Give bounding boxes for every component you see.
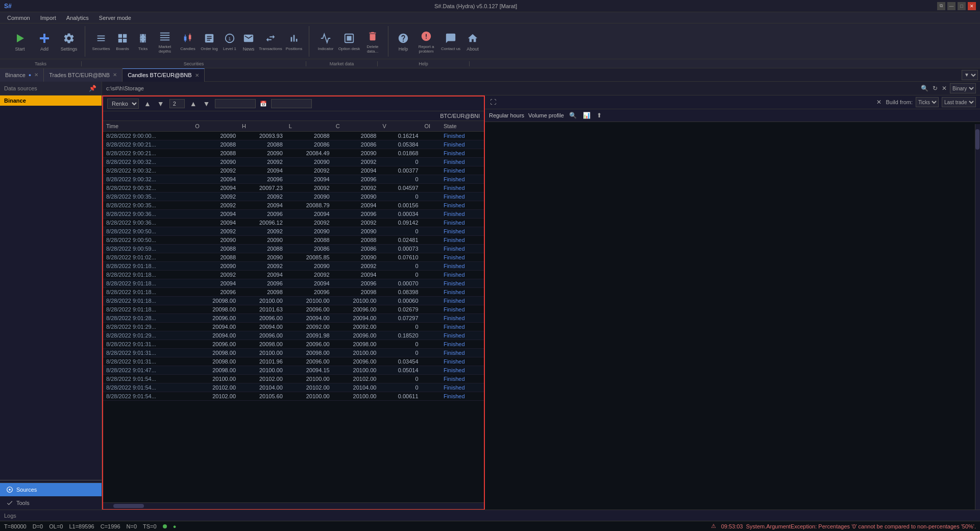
candles-button[interactable]: Candles	[177, 27, 199, 56]
cell-h: 20100.00	[239, 366, 286, 375]
maximize-btn[interactable]: □	[958, 2, 966, 10]
about-button[interactable]: About	[463, 27, 482, 56]
market-depths-button[interactable]: Market depths	[153, 27, 177, 56]
window-controls[interactable]: ⧉ — □ ✕	[937, 2, 976, 10]
last-trade-select[interactable]: Last trade	[942, 97, 976, 107]
close-btn[interactable]: ✕	[968, 2, 976, 10]
chart-export-btn[interactable]: ⬆	[596, 111, 603, 120]
sidebar-pin-btn[interactable]: 📌	[88, 84, 97, 93]
cell-state: Finished	[440, 236, 484, 245]
chart-fullscreen-btn[interactable]: ⛶	[489, 98, 497, 107]
data-table[interactable]: Time O H L C V OI State 8/28/2	[103, 121, 484, 502]
transactions-button[interactable]: Transactions	[258, 27, 283, 56]
tools-nav-item[interactable]: Tools	[0, 496, 102, 510]
restore-btn[interactable]: ⧉	[937, 2, 945, 10]
chart-search-btn[interactable]: 🔍	[568, 111, 578, 120]
col-o: O	[192, 121, 239, 132]
contact-us-label: Contact us	[441, 46, 460, 51]
contact-us-button[interactable]: Contact us	[439, 27, 462, 56]
report-problem-label: Report a problem	[414, 44, 438, 54]
cell-oi	[422, 140, 440, 149]
from-date-input[interactable]: 8/28/2022	[215, 99, 256, 108]
menu-import[interactable]: Import	[35, 14, 61, 22]
cell-time: 8/28/2022 9:00:50...	[103, 227, 192, 236]
cell-l: 20102.00	[286, 383, 333, 392]
refresh-path-btn[interactable]: ↻	[932, 84, 939, 93]
sources-nav-item[interactable]: Sources	[0, 483, 102, 496]
chart-type-up-btn[interactable]: ▲	[143, 99, 152, 109]
binary-select[interactable]: Binary	[950, 83, 976, 93]
cell-o: 20102.00	[192, 383, 239, 392]
right-scrollbar[interactable]	[975, 124, 980, 510]
cell-v: 0	[379, 375, 421, 383]
cell-oi	[422, 383, 440, 392]
chart-type-down-btn[interactable]: ▼	[156, 99, 165, 109]
tab-candles-btc[interactable]: Candles BTC/EUR@BNB ✕	[122, 68, 204, 82]
cell-l: 20094.00	[286, 314, 333, 323]
sidebar-binance-folder[interactable]: Binance	[0, 95, 102, 106]
cell-oi	[422, 166, 440, 175]
ticks-button[interactable]: Ticks	[133, 27, 153, 56]
tab-trades-btc[interactable]: Trades BTC/EUR@BNB ✕	[44, 68, 122, 82]
sidebar-header: Data sources 📌	[0, 82, 102, 95]
close-path-btn[interactable]: ✕	[941, 84, 948, 93]
cell-c: 20096	[333, 279, 380, 288]
cell-c: 20090	[333, 192, 380, 201]
report-problem-button[interactable]: Report a problem	[414, 27, 438, 56]
chart-type-select[interactable]: Renko	[107, 99, 139, 109]
order-log-label: Order log	[201, 46, 217, 51]
positions-icon	[287, 31, 301, 45]
indicator-button[interactable]: Indicator	[314, 27, 337, 56]
help-button[interactable]: Help	[394, 27, 413, 56]
cell-o: 20098.00	[192, 297, 239, 305]
cell-h: 20092	[239, 262, 286, 271]
cell-oi	[422, 366, 440, 375]
table-row: 8/28/2022 9:01:54... 20100.00 20102.00 2…	[103, 375, 484, 383]
chart-indicators-btn[interactable]: 📊	[582, 111, 592, 120]
news-button[interactable]: News	[239, 27, 258, 56]
to-date-input[interactable]: 9/7/2022	[271, 99, 312, 108]
value-down-btn[interactable]: ▼	[202, 99, 211, 109]
renko-value-input[interactable]	[169, 99, 185, 108]
level1-button[interactable]: 1 Level 1	[220, 27, 239, 56]
chart-toolbar: ⛶ ✕ Build from: Ticks Last trade	[485, 95, 980, 109]
cell-h: 20102.00	[239, 375, 286, 383]
securities-button[interactable]: Securities	[90, 27, 112, 56]
start-button[interactable]: Start	[8, 27, 32, 56]
settings-button[interactable]: Settings	[57, 27, 81, 56]
table-row: 8/28/2022 9:01:31... 20098.00 20101.96 2…	[103, 357, 484, 366]
tab-trades-close[interactable]: ✕	[113, 72, 117, 78]
cell-time: 8/28/2022 9:01:18...	[103, 297, 192, 305]
tab-dropdown[interactable]: ▼	[962, 70, 978, 80]
option-desk-button[interactable]: Option desk	[338, 27, 360, 56]
order-log-button[interactable]: Order log	[199, 27, 220, 56]
search-path-btn[interactable]: 🔍	[920, 84, 929, 93]
tab-candles-close[interactable]: ✕	[195, 73, 199, 78]
cell-c: 20096.00	[333, 305, 380, 314]
build-from-select[interactable]: Ticks	[916, 97, 939, 107]
chart-close-btn[interactable]: ✕	[875, 98, 883, 107]
cell-oi	[422, 331, 440, 340]
cell-oi	[422, 245, 440, 253]
cell-oi	[422, 297, 440, 305]
minimize-btn[interactable]: —	[947, 2, 955, 10]
tools-icon	[6, 499, 13, 506]
cell-state: Finished	[440, 219, 484, 227]
boards-button[interactable]: Boards	[112, 27, 133, 56]
positions-button[interactable]: Positions	[283, 27, 305, 56]
menu-server-mode[interactable]: Server mode	[94, 14, 136, 22]
tab-binance-close[interactable]: ✕	[34, 72, 38, 78]
menu-analytics[interactable]: Analytics	[61, 14, 94, 22]
value-up-btn[interactable]: ▲	[189, 99, 198, 109]
cell-time: 8/28/2022 9:00:59...	[103, 245, 192, 253]
cell-oi	[422, 175, 440, 184]
delete-data-button[interactable]: Delete data...	[361, 27, 384, 56]
horizontal-scrollbar[interactable]	[103, 502, 484, 509]
cell-state: Finished	[440, 175, 484, 184]
add-button[interactable]: Add	[33, 27, 56, 56]
cell-v: 0.00060	[379, 297, 421, 305]
tab-binance[interactable]: Binance ● ✕	[0, 68, 44, 82]
menu-common[interactable]: Common	[2, 14, 35, 22]
cell-v: 0.16214	[379, 132, 421, 140]
transactions-label: Transactions	[259, 46, 282, 51]
